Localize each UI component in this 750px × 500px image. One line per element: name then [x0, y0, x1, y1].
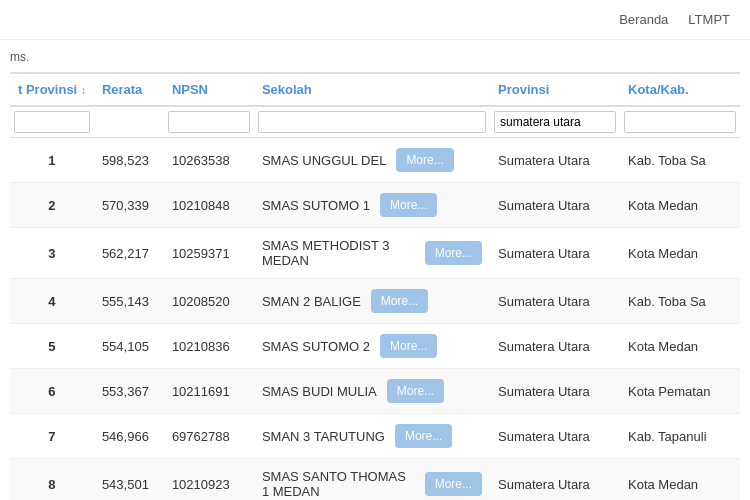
- more-button[interactable]: More...: [380, 334, 437, 358]
- school-name: SMAS SUTOMO 1: [262, 198, 370, 213]
- table-row: 1 598,523 10263538 SMAS UNGGUL DEL More.…: [10, 138, 740, 183]
- more-button[interactable]: More...: [395, 424, 452, 448]
- cell-kotakab: Kab. Tapanuli: [620, 414, 740, 459]
- cell-sekolah: SMAS METHODIST 3 MEDAN More...: [254, 228, 490, 279]
- cell-rerata: 553,367: [94, 369, 164, 414]
- school-name: SMAS UNGGUL DEL: [262, 153, 387, 168]
- table-body: 1 598,523 10263538 SMAS UNGGUL DEL More.…: [10, 138, 740, 501]
- header-row: t Provinsi ↕ Rerata NPSN Sekolah Provins…: [10, 73, 740, 106]
- table-row: 3 562,217 10259371 SMAS METHODIST 3 MEDA…: [10, 228, 740, 279]
- cell-provinsi: Sumatera Utara: [490, 228, 620, 279]
- col-header-rank: t Provinsi ↕: [10, 73, 94, 106]
- cell-rank: 6: [10, 369, 94, 414]
- more-button[interactable]: More...: [425, 472, 482, 496]
- cell-kotakab: Kab. Toba Sa: [620, 279, 740, 324]
- table-row: 8 543,501 10210923 SMAS SANTO THOMAS 1 M…: [10, 459, 740, 501]
- cell-kotakab: Kab. Toba Sa: [620, 138, 740, 183]
- cell-npsn: 10210836: [164, 324, 254, 369]
- filter-input-rank[interactable]: [14, 111, 90, 133]
- cell-rank: 8: [10, 459, 94, 501]
- cell-kotakab: Kota Medan: [620, 183, 740, 228]
- col-header-npsn: NPSN: [164, 73, 254, 106]
- cell-sekolah: SMAS SANTO THOMAS 1 MEDAN More...: [254, 459, 490, 501]
- cell-provinsi: Sumatera Utara: [490, 459, 620, 501]
- cell-rerata: 543,501: [94, 459, 164, 501]
- cell-rerata: 555,143: [94, 279, 164, 324]
- table-row: 6 553,367 10211691 SMAS BUDI MULIA More.…: [10, 369, 740, 414]
- cell-kotakab: Kota Medan: [620, 459, 740, 501]
- filter-cell-rerata: [94, 106, 164, 138]
- cell-rerata: 598,523: [94, 138, 164, 183]
- cell-rerata: 562,217: [94, 228, 164, 279]
- cell-sekolah: SMAS BUDI MULIA More...: [254, 369, 490, 414]
- subtitle: ms.: [10, 50, 740, 64]
- cell-rerata: 554,105: [94, 324, 164, 369]
- table-row: 7 546,966 69762788 SMAN 3 TARUTUNG More.…: [10, 414, 740, 459]
- cell-sekolah: SMAS SUTOMO 2 More...: [254, 324, 490, 369]
- school-name: SMAS SANTO THOMAS 1 MEDAN: [262, 469, 415, 499]
- col-header-sekolah: Sekolah: [254, 73, 490, 106]
- more-button[interactable]: More...: [425, 241, 482, 265]
- cell-npsn: 69762788: [164, 414, 254, 459]
- more-button[interactable]: More...: [387, 379, 444, 403]
- cell-provinsi: Sumatera Utara: [490, 138, 620, 183]
- filter-cell-rank: [10, 106, 94, 138]
- cell-npsn: 10210923: [164, 459, 254, 501]
- school-name: SMAS METHODIST 3 MEDAN: [262, 238, 415, 268]
- cell-npsn: 10208520: [164, 279, 254, 324]
- cell-npsn: 10259371: [164, 228, 254, 279]
- filter-input-sekolah[interactable]: [258, 111, 486, 133]
- table-row: 2 570,339 10210848 SMAS SUTOMO 1 More...…: [10, 183, 740, 228]
- cell-kotakab: Kota Pematan: [620, 369, 740, 414]
- cell-rank: 2: [10, 183, 94, 228]
- school-ranking-table: t Provinsi ↕ Rerata NPSN Sekolah Provins…: [10, 72, 740, 500]
- cell-rank: 7: [10, 414, 94, 459]
- cell-provinsi: Sumatera Utara: [490, 279, 620, 324]
- more-button[interactable]: More...: [380, 193, 437, 217]
- cell-sekolah: SMAS UNGGUL DEL More...: [254, 138, 490, 183]
- table-row: 4 555,143 10208520 SMAN 2 BALIGE More...…: [10, 279, 740, 324]
- nav-ltmpt[interactable]: LTMPT: [688, 12, 730, 27]
- cell-npsn: 10211691: [164, 369, 254, 414]
- filter-row: [10, 106, 740, 138]
- cell-rank: 4: [10, 279, 94, 324]
- cell-rerata: 570,339: [94, 183, 164, 228]
- filter-cell-kotakab: [620, 106, 740, 138]
- filter-input-provinsi[interactable]: [494, 111, 616, 133]
- cell-provinsi: Sumatera Utara: [490, 183, 620, 228]
- cell-rerata: 546,966: [94, 414, 164, 459]
- cell-kotakab: Kota Medan: [620, 324, 740, 369]
- school-name: SMAN 3 TARUTUNG: [262, 429, 385, 444]
- cell-provinsi: Sumatera Utara: [490, 369, 620, 414]
- sort-icon-rank: ↕: [81, 85, 86, 96]
- col-header-provinsi: Provinsi: [490, 73, 620, 106]
- cell-rank: 5: [10, 324, 94, 369]
- school-name: SMAS BUDI MULIA: [262, 384, 377, 399]
- more-button[interactable]: More...: [396, 148, 453, 172]
- cell-provinsi: Sumatera Utara: [490, 324, 620, 369]
- school-name: SMAN 2 BALIGE: [262, 294, 361, 309]
- cell-rank: 1: [10, 138, 94, 183]
- filter-cell-provinsi: [490, 106, 620, 138]
- top-navigation: Beranda LTMPT: [0, 0, 750, 40]
- page-content: ms. t Provinsi ↕ Rerata NPSN Sekolah Pro…: [0, 40, 750, 500]
- school-name: SMAS SUTOMO 2: [262, 339, 370, 354]
- cell-kotakab: Kota Medan: [620, 228, 740, 279]
- col-header-kotakab: Kota/Kab.: [620, 73, 740, 106]
- cell-npsn: 10210848: [164, 183, 254, 228]
- col-header-rerata: Rerata: [94, 73, 164, 106]
- cell-sekolah: SMAN 2 BALIGE More...: [254, 279, 490, 324]
- cell-npsn: 10263538: [164, 138, 254, 183]
- filter-cell-sekolah: [254, 106, 490, 138]
- cell-rank: 3: [10, 228, 94, 279]
- cell-sekolah: SMAN 3 TARUTUNG More...: [254, 414, 490, 459]
- cell-sekolah: SMAS SUTOMO 1 More...: [254, 183, 490, 228]
- table-row: 5 554,105 10210836 SMAS SUTOMO 2 More...…: [10, 324, 740, 369]
- table-container: t Provinsi ↕ Rerata NPSN Sekolah Provins…: [10, 72, 740, 500]
- filter-input-kotakab[interactable]: [624, 111, 736, 133]
- filter-input-npsn[interactable]: [168, 111, 250, 133]
- filter-cell-npsn: [164, 106, 254, 138]
- nav-beranda[interactable]: Beranda: [619, 12, 668, 27]
- cell-provinsi: Sumatera Utara: [490, 414, 620, 459]
- more-button[interactable]: More...: [371, 289, 428, 313]
